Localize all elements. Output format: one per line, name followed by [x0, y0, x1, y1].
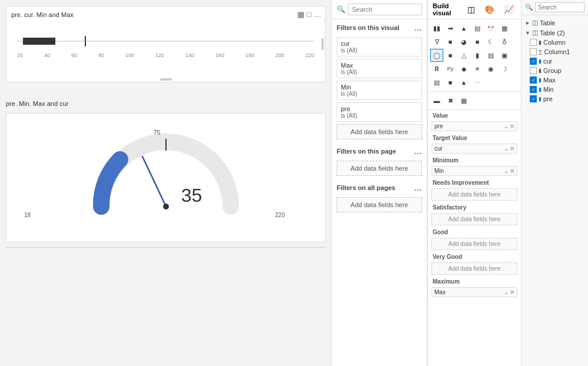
visual-filters-more[interactable]: … [414, 23, 422, 32]
checkbox-min[interactable]: ✓ [530, 86, 537, 93]
target-field-row[interactable]: cur ⌄ ✕ [431, 144, 517, 154]
value-field-row[interactable]: pre ⌄ ✕ [431, 121, 517, 131]
resize-handle-bottom[interactable] [160, 78, 172, 81]
format-grid-icon[interactable]: ▦ [457, 94, 470, 107]
max-close-icon[interactable]: ✕ [510, 289, 514, 295]
format-brush-icon[interactable]: ▬ [430, 94, 443, 107]
checkbox-column[interactable] [530, 39, 537, 46]
target-chevron-icon[interactable]: ⌄ [504, 145, 509, 152]
vis-slicer[interactable]: ▮ [471, 49, 484, 62]
filter-icon[interactable]: ▦ [297, 10, 304, 19]
vis-scatter[interactable]: ■ [444, 35, 457, 48]
min-chevron-icon[interactable]: ⌄ [504, 168, 509, 174]
needs-improvement-field[interactable]: Add data fields here [431, 188, 517, 201]
vis-custom[interactable]: ⋯ [471, 76, 484, 89]
tree-item-pre[interactable]: ✓ ▮ pre [521, 94, 588, 104]
tree-item-table1[interactable]: ► ◫ Table [521, 18, 588, 28]
gauge-value: 35 [181, 185, 202, 207]
build-format-icon[interactable]: 🎨 [482, 4, 497, 15]
vis-ai4[interactable]: ☽ [498, 62, 511, 75]
tree-item-column1[interactable]: ∑ Column1 [521, 47, 588, 56]
chart2-card: 75 35 18 220 [6, 113, 325, 242]
build-analytics-icon[interactable]: 📈 [501, 4, 516, 15]
vis-ribbon[interactable]: 🎌 [484, 22, 497, 35]
maximum-field-text: Max [434, 289, 504, 295]
filter-cur[interactable]: cur is (All) [337, 37, 422, 56]
vis-r[interactable]: R [430, 62, 443, 75]
page-filters-more[interactable]: … [414, 147, 422, 156]
vis-map[interactable]: ☾ [484, 35, 497, 48]
vis-waterfall[interactable]: ▦ [498, 22, 511, 35]
tree-label-max: Max [543, 76, 556, 84]
tree-item-min[interactable]: ✓ ▮ Min [521, 85, 588, 94]
max-chevron-icon[interactable]: ⌄ [504, 289, 509, 295]
vis-ai1[interactable]: ◆ [457, 62, 470, 75]
filter-pre-val: is (All) [341, 112, 418, 119]
maximum-field-row[interactable]: Max ⌄ ✕ [431, 287, 517, 297]
vis-card[interactable]: ■ [444, 49, 457, 62]
satisfactory-field[interactable]: Add data fields here [431, 213, 517, 225]
vis-treemap[interactable]: ■ [471, 35, 484, 48]
minimum-field-text: Min [434, 168, 504, 174]
vis-combo[interactable]: ▤ [471, 22, 484, 35]
min-close-icon[interactable]: ✕ [510, 168, 514, 174]
vis-ai6[interactable]: ■ [444, 76, 457, 89]
vis-ai3[interactable]: ◉ [484, 62, 497, 75]
vis-funnel[interactable]: ∇ [430, 35, 443, 48]
tree-item-cur[interactable]: ✓ ▮ cur [521, 56, 588, 66]
target-value-label: Target Value [428, 132, 521, 142]
more-icon[interactable]: … [314, 10, 321, 19]
checkbox-pre[interactable]: ✓ [530, 95, 537, 102]
vis-area[interactable]: ▲ [457, 22, 470, 35]
data-search-input[interactable] [535, 2, 584, 12]
chart1-card: pre. cur. Min and Max ▦ □ … 20 40 60 80 … [6, 6, 325, 82]
vis-ai2[interactable]: ☀ [471, 62, 484, 75]
maximum-label: Maximum [428, 276, 521, 286]
filter-search-input[interactable] [348, 4, 422, 15]
vis-table[interactable]: ▤ [484, 49, 497, 62]
chevron-right-icon: ► [525, 20, 530, 26]
vis-py[interactable]: Py [444, 62, 457, 75]
checkbox-group[interactable] [530, 67, 537, 74]
vis-pie[interactable]: ◕ [457, 35, 470, 48]
all-pages-filters-more[interactable]: … [414, 183, 422, 192]
filter-min-val: is (All) [341, 91, 418, 97]
good-section: Good Add data fields here [428, 227, 521, 250]
tree-item-column[interactable]: ▮ Column [521, 38, 588, 47]
tree-item-table2[interactable]: ▼ ◫ Table (2) [521, 28, 588, 38]
vis-line[interactable]: ➡ [444, 22, 457, 35]
expand-icon[interactable]: □ [307, 10, 311, 19]
format-cross-icon[interactable]: ✖ [444, 94, 457, 107]
checkbox-max[interactable]: ✓ [530, 76, 537, 84]
filter-max[interactable]: Max is (All) [337, 59, 422, 78]
chart2-wrapper: pre. Min. Max and cur 75 35 18 [6, 100, 325, 242]
good-field[interactable]: Add data fields here [431, 238, 517, 250]
vis-gauge[interactable]: ◯ [430, 49, 443, 62]
visual-add-fields-btn[interactable]: Add data fields here [337, 124, 422, 139]
checkbox-cur[interactable]: ✓ [530, 58, 537, 65]
tree-item-max[interactable]: ✓ ▮ Max [521, 75, 588, 85]
visual-type-grid-row1: ▮▮ ➡ ▲ ▤ 🎌 ▦ ∇ ■ ◕ ■ ☾ ♁ ◯ ■ △ ▮ ▤ ▣ R P… [428, 19, 521, 92]
vis-ai7[interactable]: ▲ [457, 76, 470, 89]
vis-stacked-bar[interactable]: ▮▮ [430, 22, 443, 35]
all-pages-filters-header: Filters on all pages … [332, 179, 427, 195]
build-table-icon[interactable]: ◫ [465, 4, 477, 15]
resize-handle-right[interactable] [321, 38, 324, 50]
vis-matrix[interactable]: ▣ [498, 49, 511, 62]
vis-ai5[interactable]: ▤ [430, 76, 443, 89]
tree-item-group[interactable]: ▮ Group [521, 66, 588, 75]
vis-kpi[interactable]: △ [457, 49, 470, 62]
value-section: Value pre ⌄ ✕ [428, 110, 521, 131]
minimum-field-row[interactable]: Min ⌄ ✕ [431, 166, 517, 176]
target-close-icon[interactable]: ✕ [510, 145, 514, 152]
data-search-bar: 🔍 [521, 0, 588, 15]
page-add-fields-btn[interactable]: Add data fields here [337, 161, 422, 176]
chevron-down-icon[interactable]: ⌄ [504, 123, 509, 129]
allpages-add-fields-btn[interactable]: Add data fields here [337, 197, 422, 212]
vis-choropleth[interactable]: ♁ [498, 35, 511, 48]
close-icon[interactable]: ✕ [510, 123, 514, 129]
checkbox-column1[interactable] [530, 48, 537, 55]
filter-min[interactable]: Min is (All) [337, 81, 422, 100]
very-good-field[interactable]: Add data fields here [431, 262, 517, 275]
filter-pre[interactable]: pre is (All) [337, 102, 422, 122]
